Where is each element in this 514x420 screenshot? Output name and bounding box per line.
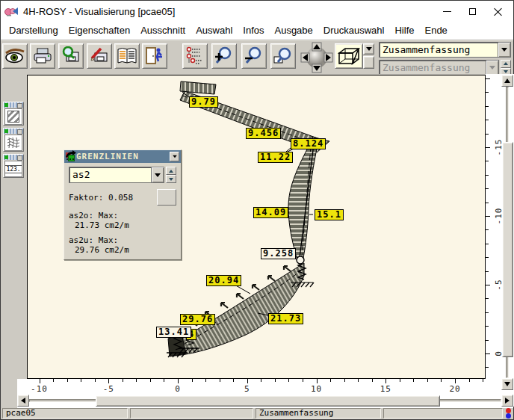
x-tick — [469, 379, 470, 382]
menu-ende[interactable]: Ende — [419, 23, 452, 37]
limit-line-select[interactable]: as2 — [69, 167, 164, 183]
x-tick-label: 10 — [306, 384, 328, 394]
menu-darstellung[interactable]: Darstellung — [4, 23, 64, 37]
toolbar: Zusammenfassung Zusammenfassung — [1, 40, 513, 74]
x-tick — [95, 379, 96, 382]
y-tick — [486, 298, 489, 299]
vertical-scrollbar[interactable] — [501, 75, 514, 390]
view-3d-box-icon — [338, 47, 360, 65]
spinner-up-button[interactable] — [501, 60, 511, 68]
scroll-up-button[interactable] — [501, 75, 513, 87]
chevron-down-icon — [504, 70, 508, 73]
menu-druckauswahl[interactable]: Druckauswahl — [318, 23, 390, 37]
arrow-down-icon — [504, 382, 510, 386]
window-title: 4H-ROSY - Visualisierung [pcae05] — [23, 6, 434, 17]
x-tick — [330, 379, 331, 382]
selection-tree-button[interactable] — [182, 43, 208, 69]
chevron-up-icon — [504, 62, 508, 65]
scroll-down-button[interactable] — [501, 378, 513, 390]
x-tick-label: -10 — [28, 384, 51, 394]
y-tick — [486, 161, 489, 161]
result-select: Zusammenfassung — [379, 60, 499, 75]
dock-widget-mesh[interactable] — [3, 128, 24, 152]
spinner-up-button[interactable] — [166, 167, 176, 175]
x-tick-label: 15 — [374, 384, 397, 394]
value-label: 9.79 — [189, 96, 218, 108]
status-indicator-icon — [505, 408, 512, 419]
x-tick-label: 20 — [444, 384, 466, 394]
print-preview-button[interactable] — [58, 43, 84, 69]
print-edit-button[interactable] — [87, 43, 112, 69]
menu-ausgabe[interactable]: Ausgabe — [269, 23, 318, 37]
report-button[interactable] — [114, 43, 140, 69]
x-tick — [386, 379, 386, 383]
x-tick — [108, 379, 109, 383]
zoom-out-button[interactable] — [241, 43, 267, 69]
y-tick — [486, 340, 489, 341]
value-label: 29.76 — [180, 314, 215, 325]
zoom-window-button[interactable] — [270, 43, 296, 69]
selection-tree-icon — [185, 46, 205, 66]
menu-eigenschaften[interactable]: Eigenschaften — [64, 23, 135, 37]
view-mode-select[interactable]: Zusammenfassung — [379, 42, 511, 58]
menu-ausschnitt[interactable]: Ausschnitt — [135, 23, 191, 37]
x-tick — [441, 379, 442, 382]
apply-factor-button[interactable] — [157, 189, 176, 206]
panel-title: GRENZLINIEN — [76, 152, 170, 161]
horizontal-scrollbar[interactable] — [17, 395, 513, 407]
statusbar: pcae05 Zusammenfassung — [1, 407, 513, 419]
maximize-button[interactable] — [459, 3, 485, 19]
dock-widget-numbers[interactable]: 123. — [3, 154, 24, 178]
x-tick — [150, 379, 151, 382]
result-as2u: as2u: Max: 29.76 cm2/m — [69, 235, 176, 255]
scroll-thumb[interactable] — [502, 142, 513, 357]
exit-button[interactable] — [142, 43, 167, 69]
view-3d-button[interactable] — [335, 43, 363, 69]
view-3d-dropdown-button[interactable] — [363, 43, 374, 55]
y-tick — [486, 216, 490, 217]
spinner-down-button[interactable] — [166, 175, 176, 183]
status-cell-4 — [383, 408, 503, 419]
y-tick — [486, 78, 490, 79]
panel-titlebar[interactable]: GRENZLINIEN — [64, 150, 181, 163]
x-tick-label: 5 — [236, 384, 258, 394]
view-settings-button[interactable] — [2, 43, 28, 69]
chevron-down-icon — [489, 66, 495, 70]
result-select-value: Zusammenfassung — [380, 61, 486, 75]
mini-titlebar — [4, 129, 23, 134]
minimize-button[interactable] — [434, 3, 459, 19]
y-tick — [486, 203, 489, 203]
grenzlinien-panel[interactable]: GRENZLINIEN as2 — [64, 149, 182, 260]
menu-auswahl[interactable]: Auswahl — [191, 23, 238, 37]
print-button[interactable] — [30, 43, 55, 69]
value-label: 9.258 — [261, 248, 296, 259]
x-tick — [81, 379, 81, 382]
zoom-in-icon — [214, 46, 235, 66]
menu-infos[interactable]: Infos — [238, 23, 269, 37]
pan-control[interactable] — [300, 42, 334, 76]
x-tick — [372, 379, 373, 382]
menu-hilfe[interactable]: Hilfe — [389, 23, 419, 37]
scroll-left-button[interactable] — [17, 395, 29, 407]
y-tick — [486, 244, 489, 244]
x-tick — [400, 379, 400, 382]
scroll-right-button[interactable] — [501, 395, 513, 407]
x-tick — [344, 379, 345, 382]
limit-line-dropdown-button[interactable] — [151, 167, 164, 182]
panel-collapse-button[interactable] — [170, 152, 179, 161]
view-mode-value: Zusammenfassung — [380, 43, 498, 57]
curved-arrow-icon — [64, 150, 78, 161]
limit-line-value: as2 — [69, 167, 151, 182]
dock-widget-hatch[interactable] — [3, 102, 24, 126]
view-mode-dropdown-button[interactable] — [498, 43, 510, 57]
zoom-in-button[interactable] — [211, 43, 237, 69]
x-tick — [427, 379, 428, 382]
close-button[interactable] — [485, 3, 510, 19]
y-tick — [486, 257, 489, 258]
x-tick — [192, 379, 193, 382]
x-tick — [247, 379, 248, 383]
mesh-icon — [7, 137, 20, 149]
scroll-thumb[interactable] — [96, 395, 440, 407]
plot-canvas[interactable]: 9.799.4568.12411.2214.0915.19.25820.9429… — [27, 75, 486, 379]
x-tick — [275, 379, 276, 382]
